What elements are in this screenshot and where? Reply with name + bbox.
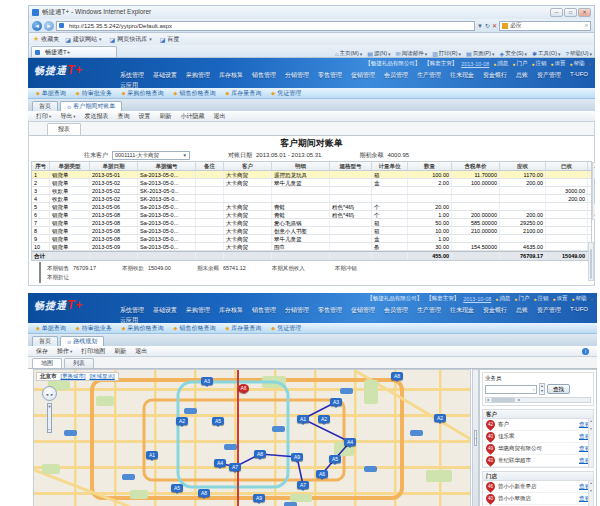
map-pin-A9[interactable]: A9 (291, 453, 303, 461)
scroll-up-icon[interactable]: ▲ (593, 163, 595, 170)
zoom-in-icon[interactable]: + (48, 404, 51, 409)
quick-nav-item[interactable]: ◆销售价格查询 (174, 324, 216, 333)
command-bar-item[interactable]: ⌂主页(M)▾ (335, 50, 362, 57)
header-quick-link[interactable]: ●消息 (493, 60, 508, 67)
table-row[interactable]: 9销货单2013-05-08Sa-2013-05-0...大卡商贸翠牛儿童篮盒1… (32, 235, 591, 243)
customer-combobox[interactable]: 0001111-大卡商贸 ▼ (112, 151, 190, 160)
main-menu-item[interactable]: T-UFO (570, 306, 588, 315)
tab-route-plan[interactable]: ⊙路线规划 (60, 336, 104, 346)
favorites-bar-item[interactable]: ◪百度 (160, 35, 180, 44)
stop-button[interactable]: ✕ (492, 22, 497, 29)
toolbar-button-导出[interactable]: 导出▾ (60, 112, 75, 121)
panel-list-item[interactable]: 40曾小小翠微店查看 (483, 493, 593, 505)
map-pin-A6[interactable]: A6 (316, 470, 328, 478)
table-row[interactable]: 10销货单2013-05-09Sa-2013-05-0...大卡商贸围巾条30.… (32, 243, 591, 251)
map-pin-A1[interactable]: A1 (297, 415, 309, 423)
quick-nav-item[interactable]: ◆库存量查询 (225, 89, 261, 98)
quick-nav-item[interactable]: ◆单据查询 (36, 324, 66, 333)
main-menu-item[interactable]: 往来现金 (450, 306, 474, 315)
main-menu-item[interactable]: 促销管理 (351, 71, 375, 80)
main-menu-item[interactable]: 资产管理 (537, 306, 561, 315)
main-menu-item[interactable]: 销售管理 (252, 71, 276, 80)
main-menu-item[interactable]: 资金银行 (483, 71, 507, 80)
header-quick-link[interactable]: ●注销 (531, 60, 546, 67)
quick-nav-item[interactable]: ◆采购价格查询 (122, 324, 164, 333)
toolbar-button-小计隐藏[interactable]: 小计隐藏 (181, 112, 205, 121)
map-zoom-slider[interactable]: + − (47, 403, 52, 433)
main-menu-item[interactable]: 总账 (516, 306, 528, 315)
map-pin-A8[interactable]: A8 (198, 489, 210, 497)
toolbar-button-刷新[interactable]: 刷新 (160, 112, 172, 121)
search-icon[interactable]: ⌕ (585, 22, 588, 29)
chevron-down-icon[interactable]: ▾ (590, 296, 593, 302)
change-city-link[interactable]: [更换城市] (61, 373, 86, 380)
map-pan-control[interactable]: ◄ ► (42, 386, 57, 401)
command-bar-item[interactable]: ✱工具(O)▾ (532, 50, 561, 57)
panel-list-item[interactable]: 42客户查看 (483, 419, 593, 431)
header-quick-link[interactable]: ●设置 (550, 60, 565, 67)
search-input[interactable]: 必应 ⌕ (499, 21, 591, 31)
command-bar-item[interactable]: ✉阅读邮件▾ (396, 50, 428, 57)
main-menu-item[interactable]: 总账 (516, 71, 528, 80)
main-menu-item[interactable]: 基础设置 (153, 71, 177, 80)
favorites-bar-item[interactable]: ◪建议网站▾ (65, 35, 101, 44)
tab-report[interactable]: 报表 (47, 123, 81, 135)
main-menu-item[interactable]: 生产管理 (417, 306, 441, 315)
map-pin-A8[interactable]: A8 (391, 372, 403, 380)
favorites-bar-item[interactable]: ◪网页快讯库▾ (109, 35, 151, 44)
tab-close-icon[interactable]: ⊙ (67, 104, 71, 110)
minimize-button[interactable]: ─ (550, 8, 563, 17)
main-menu-item[interactable]: 资产管理 (537, 71, 561, 80)
favorites-button[interactable]: ★ 收藏夹 (33, 35, 59, 44)
main-menu-item[interactable]: 采购管理 (186, 71, 210, 80)
main-menu-item[interactable]: 云应用 (120, 316, 138, 323)
back-button[interactable]: ◄ (32, 21, 42, 31)
map-pin-A5[interactable]: A5 (212, 417, 224, 425)
grid-header-row[interactable]: 序号单据类型单据日期单据编号备注客户明细规格型号计量单位数量含税单价应收已收 (32, 162, 591, 171)
header-quick-link[interactable]: ●注销 (533, 295, 548, 302)
header-quick-link[interactable]: ●设置 (552, 295, 567, 302)
chevron-down-icon[interactable]: ▼ (183, 153, 187, 158)
browser-tab[interactable]: 畅捷通T+ (31, 46, 117, 57)
grid-total-row[interactable]: 合计455.0076709.1715049.00 (32, 251, 591, 260)
collapse-handle-icon[interactable]: ‹ (474, 430, 477, 446)
toolbar-button-打印[interactable]: 打印▾ (36, 112, 51, 121)
toolbar-button-发送报表[interactable]: 发送报表 (85, 112, 109, 121)
map-canvas[interactable]: 北京市 [更换城市] [区域显示] ◄ ► + − A3A6A8A2A5A1A4… (33, 369, 471, 506)
toolbar-button-设置[interactable]: 设置 (139, 112, 151, 121)
tab-home[interactable]: 首页 (32, 101, 58, 111)
main-menu-item[interactable]: 分销管理 (285, 306, 309, 315)
command-bar-item[interactable]: ▤源(N)▾ (367, 50, 390, 57)
map-pin-A5[interactable]: A5 (171, 484, 183, 492)
main-menu-item[interactable]: 零售管理 (318, 306, 342, 315)
map-pin-A5[interactable]: A5 (329, 455, 341, 463)
quick-nav-item[interactable]: ◆待审批业务 (76, 89, 112, 98)
maximize-button[interactable]: □ (564, 8, 577, 17)
panel-list-item[interactable]: 46曾小小新世界店查看 (483, 481, 593, 493)
header-quick-link[interactable]: ●门户 (514, 295, 529, 302)
table-row[interactable]: 2销货单2013-05-02Sa-2013-05-0...大卡商贸翠牛儿童篮盒2… (32, 179, 591, 187)
chevron-down-icon[interactable]: ▾ (588, 61, 591, 67)
main-menu-item[interactable]: 往来现金 (450, 71, 474, 80)
main-menu-item[interactable]: 资金银行 (483, 306, 507, 315)
map-pin-A4[interactable]: A4 (344, 438, 356, 446)
main-menu-item[interactable]: 系统管理 (120, 306, 144, 315)
toolbar-button-刷新[interactable]: 刷新 (114, 347, 126, 356)
panel-list-item[interactable]: 49华惠商贸有限公司查看 (483, 443, 593, 455)
header-quick-link[interactable]: ●门户 (512, 60, 527, 67)
page-scrollbar[interactable] (588, 242, 594, 281)
main-menu-item[interactable]: 云应用 (120, 81, 138, 88)
quick-nav-item[interactable]: ◆采购价格查询 (122, 89, 164, 98)
main-menu-item[interactable]: 库存核算 (219, 306, 243, 315)
map-pin-A6[interactable]: A6 (238, 384, 249, 393)
section-scrollbar[interactable]: ▲▼ (588, 419, 593, 467)
map-pin-A9[interactable]: A9 (253, 494, 265, 502)
refresh-button[interactable]: ↻ (485, 22, 490, 29)
map-pin-A3[interactable]: A3 (201, 377, 213, 385)
map-pin-A8[interactable]: A8 (254, 450, 266, 458)
map-pin-A4[interactable]: A4 (214, 459, 226, 467)
scroll-down-icon[interactable]: ▼ (593, 212, 595, 219)
tab-close-icon[interactable]: ⊙ (67, 339, 71, 345)
info-icon[interactable]: i (582, 348, 589, 355)
find-button[interactable]: 查找 (547, 384, 570, 394)
